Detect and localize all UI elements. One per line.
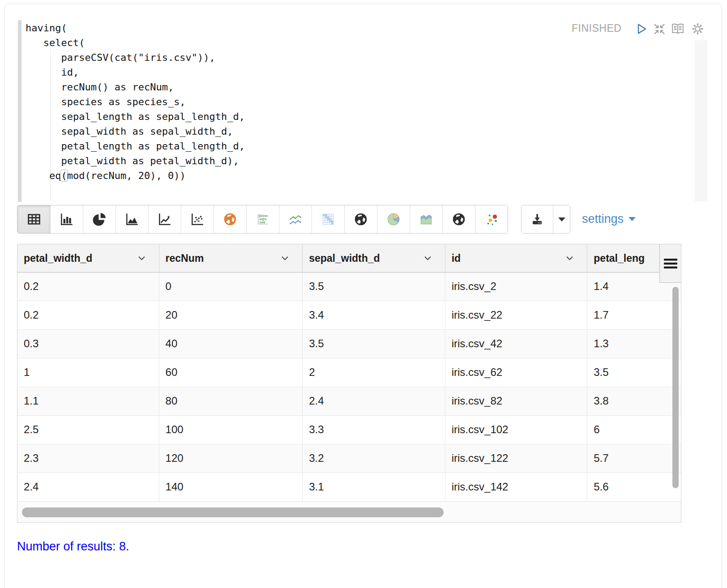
table-row: 1602iris.csv_623.5	[17, 358, 681, 387]
code-line: parseCSV(cat("iris.csv")),	[26, 50, 245, 65]
zeppelin-paragraph: having( select( parseCSV(cat("iris.csv")…	[0, 0, 727, 588]
table-row: 0.203.5iris.csv_21.4	[17, 273, 681, 301]
table-cell: 0.2	[17, 273, 159, 301]
code-line: recNum() as recNum,	[26, 80, 245, 94]
column-header-petal_width_d[interactable]: petal_width_d	[17, 244, 159, 272]
viz-button-area-chart[interactable]	[115, 205, 148, 233]
code-text[interactable]: having( select( parseCSV(cat("iris.csv")…	[26, 21, 245, 183]
table-cell: iris.csv_42	[445, 330, 588, 358]
viz-button-area-pastel[interactable]	[410, 205, 442, 233]
viz-button-map-globe-orange[interactable]	[214, 205, 246, 233]
download-button[interactable]	[522, 205, 553, 233]
area-pastel-icon	[419, 212, 434, 227]
column-header-label: sepal_width_d	[309, 252, 380, 264]
caret-down-icon	[629, 217, 636, 221]
book-icon[interactable]	[670, 22, 685, 36]
table-cell: iris.csv_2	[445, 273, 588, 301]
chevron-down-icon[interactable]	[138, 256, 145, 261]
viz-button-pie-chart[interactable]	[83, 205, 115, 233]
download-icon	[530, 212, 545, 227]
table-cell: 100	[159, 416, 303, 444]
table-cell: 2.4	[303, 387, 445, 415]
code-line: petal_length as petal_length_d,	[26, 139, 245, 153]
area-chart-icon	[124, 212, 140, 227]
viz-button-table[interactable]	[17, 205, 50, 233]
table-cell: 3.2	[303, 444, 445, 473]
result-table: petal_width_drecNumsepal_width_didpetal_…	[17, 244, 681, 523]
viz-button-heatmap[interactable]	[312, 205, 344, 233]
viz-button-bubble-matrix[interactable]	[246, 205, 279, 233]
table-menu-button[interactable]	[659, 244, 681, 283]
table-cell: 1.3	[587, 330, 681, 358]
globe-dark-icon	[353, 212, 368, 227]
editor-scrollbar[interactable]	[695, 40, 707, 201]
viz-button-scatter-chart[interactable]	[181, 205, 214, 233]
results-count: Number of results: 8.	[17, 540, 129, 554]
table-row: 1.1802.4iris.csv_823.8	[17, 387, 681, 416]
table-row: 0.3403.5iris.csv_421.3	[17, 330, 681, 358]
table-cell: 3.1	[303, 473, 445, 501]
code-line: sepal_length as sepal_length_d,	[26, 109, 245, 124]
table-cell: 2.5	[17, 416, 159, 444]
code-line: select(	[26, 35, 245, 50]
table-cell: iris.csv_102	[445, 416, 588, 444]
table-vertical-scrollbar[interactable]	[672, 287, 679, 488]
collapse-output-icon[interactable]	[653, 22, 666, 36]
column-header-recNum[interactable]: recNum	[159, 244, 303, 272]
settings-label: settings	[582, 212, 624, 226]
table-cell: 3.5	[303, 330, 445, 358]
table-cell: iris.csv_122	[445, 444, 588, 473]
scatter-color-icon	[484, 212, 499, 227]
viz-button-bar-chart[interactable]	[50, 205, 83, 233]
table-cell: 3.8	[587, 387, 681, 415]
code-line: id,	[26, 65, 245, 80]
chevron-down-icon[interactable]	[424, 256, 432, 261]
table-cell: 1	[17, 358, 159, 387]
viz-button-globe-dark-2[interactable]	[442, 205, 475, 233]
viz-button-scatter-color[interactable]	[475, 205, 508, 233]
code-line: species as species_s,	[26, 94, 245, 109]
download-options-button[interactable]	[553, 205, 570, 233]
heatmap-icon	[321, 212, 336, 227]
code-line: sepal_width as sepal_width_d,	[26, 124, 245, 139]
table-cell: iris.csv_62	[445, 358, 588, 387]
run-button[interactable]	[635, 22, 648, 36]
table-cell: 120	[159, 444, 303, 473]
column-header-sepal_width_d[interactable]: sepal_width_d	[303, 244, 445, 272]
table-cell: 0.2	[17, 301, 159, 329]
table-row: 2.51003.3iris.csv_1026	[17, 416, 681, 444]
table-cell: 140	[159, 473, 303, 501]
table-horizontal-scrollbar[interactable]	[22, 507, 444, 517]
table-row: 2.41403.1iris.csv_1425.6	[17, 473, 681, 502]
paragraph-status: FINISHED	[572, 22, 621, 34]
table-cell: 1.1	[17, 387, 159, 415]
column-header-label: petal_leng	[594, 252, 645, 264]
bar-chart-icon	[59, 212, 74, 227]
chevron-down-icon[interactable]	[281, 256, 289, 261]
table-header-row: petal_width_drecNumsepal_width_didpetal_…	[17, 244, 681, 273]
code-line: eq(mod(recNum, 20), 0))	[26, 168, 245, 183]
gear-icon[interactable]	[691, 22, 705, 36]
multi-line-chart-icon	[288, 212, 303, 227]
settings-dropdown[interactable]: settings	[582, 205, 636, 233]
table-horizontal-scrollbar-track	[17, 501, 681, 523]
table-cell: 6	[587, 416, 681, 444]
chevron-down-icon[interactable]	[566, 256, 573, 261]
column-header-label: petal_width_d	[24, 252, 92, 264]
table-cell: 3.5	[587, 358, 681, 387]
table-cell: iris.csv_142	[445, 473, 588, 501]
viz-button-globe-dark[interactable]	[344, 205, 377, 233]
viz-button-pie-pastel[interactable]	[377, 205, 410, 233]
viz-button-line-chart[interactable]	[148, 205, 181, 233]
download-button-group	[521, 205, 570, 234]
table-row: 0.2203.4iris.csv_221.7	[17, 301, 681, 330]
table-cell: 5.6	[587, 473, 681, 501]
column-header-id[interactable]: id	[445, 244, 588, 272]
table-cell: 20	[159, 301, 303, 329]
table-body: 0.203.5iris.csv_21.40.2203.4iris.csv_221…	[17, 273, 681, 502]
editor-gutter	[18, 20, 21, 202]
viz-button-multi-line-chart[interactable]	[279, 205, 312, 233]
viz-button-group	[17, 205, 508, 234]
pie-chart-icon	[92, 212, 107, 227]
column-header-label: id	[452, 252, 461, 264]
